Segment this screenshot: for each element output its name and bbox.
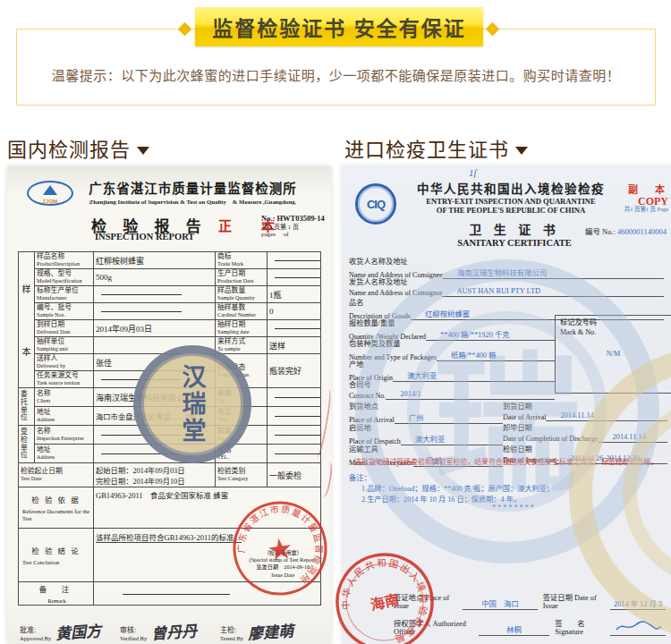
field-label-cn: 包装种类及数量 xyxy=(349,337,555,348)
cell-label-en: Address xyxy=(37,454,91,461)
mark-label-cn: 标记及号码 xyxy=(560,318,667,328)
signature-label: 签 名 Signature xyxy=(555,617,605,636)
sig-label-en: Verified By xyxy=(120,635,147,641)
table-row: 检 验 依 据Reference Documents for the Test … xyxy=(19,487,321,529)
certificate-header: 中华人民共和国出入境检验检疫 ENTRY-EXIT INSPECTION AND… xyxy=(399,179,623,216)
cell-value: 瓶装完好 xyxy=(268,354,321,388)
blank-dash xyxy=(101,379,182,380)
title-cn: 卫 生 证 书 xyxy=(447,220,582,238)
stamp-note-en: (Special stamp of Test Report) xyxy=(250,556,317,564)
table-row: 到样日期Delivered Date 2014年09月03日 抽样日期Sampl… xyxy=(19,320,321,337)
cell-label-en: TEL. xyxy=(217,417,265,423)
mark-value: N/M xyxy=(560,350,667,360)
table-row: 备 注Remark xyxy=(19,582,321,606)
section-title-import-certificate[interactable]: 进口检疫卫生证书 xyxy=(344,133,528,162)
officer-value: 林桐 xyxy=(479,623,550,636)
cell-label-en: Production Date xyxy=(217,278,265,284)
cell-value xyxy=(94,286,216,303)
cell-value: 500g xyxy=(94,269,216,286)
inspected-band: 受检单位 xyxy=(19,426,35,463)
cell-label-en: Sample Quantity xyxy=(217,295,265,301)
stamp-note-cn: （检验专用章） xyxy=(250,549,317,556)
cell-value xyxy=(268,320,321,337)
cell-label-en: Sampling unit xyxy=(37,346,91,352)
issue-date-value: 2014 年 12 月 3 xyxy=(610,597,666,610)
field-label-cn: 报检数量/重量 xyxy=(349,317,555,327)
blank-dash xyxy=(275,277,321,278)
cell-value xyxy=(94,303,216,320)
mark-and-no-box: 标记及号码 Mark & No. N/M xyxy=(555,315,671,394)
cell-label-en: Sampling date xyxy=(217,329,265,335)
reference-value: GB14963-2011 食品安全国家标准 蜂蜜 xyxy=(94,487,321,529)
cell-value: 1瓶 xyxy=(268,286,321,303)
grid-label-cn: 启运地 xyxy=(349,421,503,432)
table-row: 样本 样品名称ProductDescription 红柳桉树蜂蜜 商标Trade… xyxy=(19,252,321,269)
copy-block: 副 本 COPY 共1 页第1 页 Page xyxy=(624,185,668,213)
certificate-number: 编号 No.: 4600001140004 xyxy=(585,225,667,236)
officer-row: 授权签字人 Authorized Officer 林桐 签 名 Signatur… xyxy=(394,617,666,636)
zjqm-logo: ZJQM xyxy=(27,181,73,206)
cell-value: 海口市金盘开发区建设……3层 xyxy=(94,407,216,426)
cell-label-en: Remark xyxy=(21,597,91,604)
page-title-banner: 监督检验证书 安全有保证 xyxy=(195,7,483,47)
blank-dash xyxy=(275,397,321,398)
cell-label-en: Test Conclusion xyxy=(21,559,91,565)
band-bottom: 本 xyxy=(22,344,31,358)
cell-value: 一般委检 xyxy=(268,463,321,487)
cell-value: 红柳桉树蜂蜜 xyxy=(94,252,216,269)
field-label-cn: 合同号 xyxy=(349,378,555,389)
cell-label-en: Sample Status xyxy=(217,372,265,378)
remark-line1: 1.品牌：Onefood；规格：**400 克/瓶；原产国：澳大利亚； xyxy=(361,482,554,493)
cell-value xyxy=(268,252,321,269)
pages-note: 共1 页第1 页 Page xyxy=(624,207,668,213)
field-contract: 合同号 Contract No.2014/1 xyxy=(349,378,555,400)
cell-value xyxy=(94,582,321,606)
cell-value xyxy=(94,426,216,445)
cell-label-en: Zip xyxy=(217,398,265,404)
grid-label-cn: 到货地点 xyxy=(349,400,503,411)
zjqm-logo-text: ZJQM xyxy=(29,199,72,204)
report-table: 样本 样品名称ProductDescription 红柳桉树蜂蜜 商标Trade… xyxy=(18,251,321,606)
issue-date-cn: 签发日期 2014-09-10 xyxy=(250,564,317,571)
grid-label-cn: 运输工具 xyxy=(349,443,503,453)
cell-value: 送样 xyxy=(268,337,321,354)
cell-label-en: ProductDescription xyxy=(37,261,91,267)
cell-label-en: To sample xyxy=(217,346,265,352)
cell-label-en: Manufacturer xyxy=(37,295,91,301)
signature-block-tested: 主检:Tested By廖建萌 日期（Date）2014-09-10 xyxy=(220,620,320,644)
field-label-cn: 发货人名称及地址 xyxy=(349,275,664,286)
cell-label: 备 注 xyxy=(39,585,73,594)
table-row: 委托单位 名称Client 海南汉瑞生物科技有限公司 邮编Zip xyxy=(19,388,321,407)
sig-label-en: Approved By xyxy=(20,635,51,641)
grid-label-cn: 卸毕日期 xyxy=(503,421,667,432)
copy-mark-cn: 副 本 xyxy=(624,185,668,196)
field-label-cn: 产地 xyxy=(349,358,555,369)
sig-label-cn: 主检: xyxy=(220,626,236,634)
issue-date-en: Issue Date xyxy=(250,572,317,579)
stamp-notes: （检验专用章） (Special stamp of Test Report) 签… xyxy=(250,549,317,579)
cell-label-en: Client xyxy=(37,398,91,404)
issue-place-label: 签证地点 Place of Issue xyxy=(394,591,457,610)
grid-label-en: Date of Completion of Discharge xyxy=(503,435,599,443)
field-label-en: Contract No. xyxy=(349,392,386,400)
section-title-domestic-report[interactable]: 国内检测报告 xyxy=(7,133,149,162)
cell-value: 张佳 xyxy=(94,354,216,371)
cell-value xyxy=(94,371,216,388)
blank-dash xyxy=(101,453,182,454)
zjqm-triangle-icon xyxy=(43,185,57,195)
report-number-block: No.: HWT03509-14 共 2 页第 1 页 pages of xyxy=(261,214,327,239)
blank-dash xyxy=(101,435,182,436)
signature-row: 批准:Approved By黄国方 日期（Date）2014-09-10 审核:… xyxy=(20,620,320,644)
page-scribble: 1ſ xyxy=(469,167,477,178)
blank-dash xyxy=(123,594,230,595)
blank-dash xyxy=(275,416,321,417)
grid-label-cn: 检验日期 xyxy=(503,443,667,453)
grid-row-arrival: 到货地点Place of Arrival广州 到货日期Date of Arriv… xyxy=(349,400,667,424)
cell-value xyxy=(94,445,216,463)
cell-label-en: Delivered by xyxy=(37,363,91,369)
end-stars: ******** xyxy=(492,504,536,512)
handwritten-signature: 黄国方 xyxy=(55,618,102,643)
table-row: 检 验 结 论Test Conclusion 该样品所检项目符合GB14963-… xyxy=(19,529,321,582)
table-row: 编号、批号Sample Nos. 抽样基数Cardinal Number 0 xyxy=(19,303,321,320)
cell-label-en: Sample Nos. xyxy=(37,312,91,318)
